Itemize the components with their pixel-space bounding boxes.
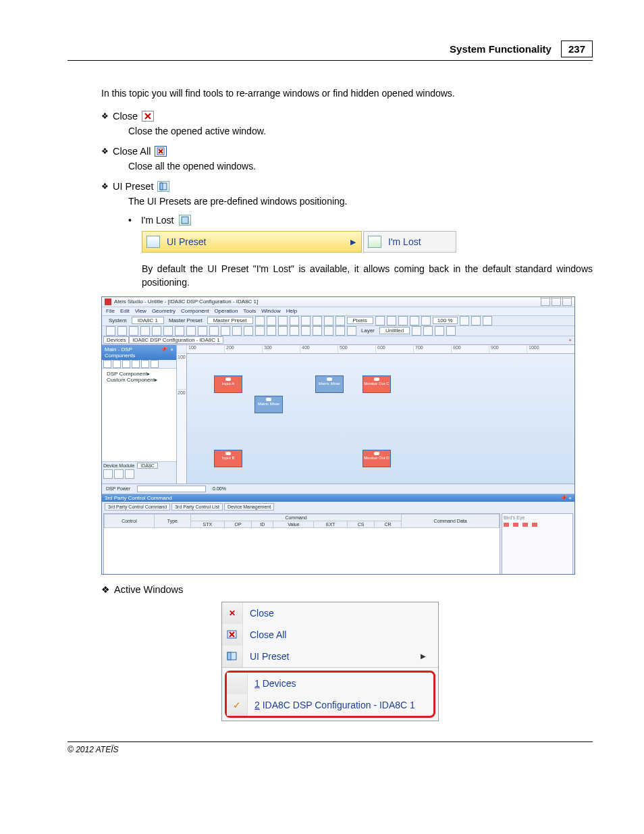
toolbar-button[interactable]	[290, 316, 299, 325]
panel-pin-icon[interactable]: 📌	[161, 346, 167, 359]
design-canvas[interactable]: 100 200 300 400 500 600 700 800 900 1000…	[177, 345, 574, 484]
toolbar-button[interactable]	[423, 326, 433, 336]
toolbar-button[interactable]	[129, 326, 138, 336]
ui-preset-menu-item[interactable]: UI Preset ▶	[142, 231, 362, 253]
toolbar-button[interactable]	[336, 316, 345, 325]
toolbar-button[interactable]	[301, 316, 311, 325]
menu-window[interactable]: Window	[261, 308, 280, 314]
toolbar-button[interactable]	[421, 316, 431, 325]
dsp-block-input-b[interactable]: Input B	[214, 450, 242, 467]
tab[interactable]: 3rd Party Control Command	[105, 503, 170, 511]
document-tabs[interactable]: Devices IDA8C DSP Configuration - IDA8C …	[102, 336, 574, 345]
toolbar-button[interactable]	[198, 326, 207, 336]
tab-close-icon[interactable]: ×	[566, 337, 574, 343]
tree-item[interactable]: Custom Component▸	[104, 377, 174, 383]
toolbar-button[interactable]	[232, 326, 242, 336]
footer-button[interactable]	[103, 469, 113, 479]
toolbar-button[interactable]	[106, 326, 115, 336]
toolbar-1[interactable]: System IDA8C 1 Master Preset Master Pres…	[102, 316, 574, 326]
footer-button[interactable]	[114, 469, 124, 479]
dsp-block-input-a[interactable]: Input A	[214, 375, 242, 393]
master-preset-dropdown[interactable]: Master Preset	[207, 317, 253, 324]
device-module-dropdown[interactable]: IDA8C	[137, 463, 158, 469]
toolbar-button[interactable]	[375, 316, 385, 325]
toolbar-button[interactable]	[221, 326, 230, 336]
third-party-tabs[interactable]: 3rd Party Control Command 3rd Party Cont…	[102, 502, 574, 512]
panel-tool-button[interactable]	[122, 360, 130, 368]
toolbar-button[interactable]	[313, 316, 322, 325]
toolbar-button[interactable]	[313, 326, 322, 336]
toolbar-button[interactable]	[471, 316, 481, 325]
toolbar-button[interactable]	[117, 326, 127, 336]
toolbar-button[interactable]	[140, 326, 150, 336]
toolbar-button[interactable]	[186, 326, 196, 336]
toolbar-button[interactable]	[267, 326, 276, 336]
tree-item[interactable]: DSP Component▸	[104, 371, 174, 377]
toolbar-button[interactable]	[301, 326, 311, 336]
config-tab[interactable]: IDA8C DSP Configuration - IDA8C 1	[129, 336, 223, 344]
panel-toolbar[interactable]	[102, 360, 176, 369]
toolbar-button[interactable]	[324, 326, 333, 336]
units-dropdown[interactable]: Pixels	[347, 317, 373, 324]
toolbar-button[interactable]	[152, 326, 161, 336]
toolbar-button[interactable]	[460, 316, 469, 325]
menu-ui-preset[interactable]: UI Preset ▶	[222, 646, 438, 667]
maximize-button[interactable]	[552, 298, 561, 306]
menu-close[interactable]: ✕ Close	[222, 602, 438, 624]
dsp-block-matrix-mixer-2[interactable]: Matrix Mixer	[254, 396, 283, 413]
im-lost-menu-item[interactable]: I'm Lost	[363, 231, 456, 253]
toolbar-button[interactable]	[446, 326, 456, 336]
toolbar-button[interactable]	[483, 316, 492, 325]
menubar[interactable]: File Edit View Geometry Component Operat…	[102, 307, 574, 316]
zoom-value[interactable]: 100 %	[433, 317, 458, 324]
minimize-button[interactable]	[541, 298, 550, 306]
window-controls[interactable]	[541, 298, 572, 306]
toolbar-button[interactable]	[255, 326, 265, 336]
close-window-button[interactable]	[562, 298, 572, 306]
menu-component[interactable]: Component	[181, 308, 209, 314]
menu-file[interactable]: File	[106, 308, 115, 314]
panel-tool-button[interactable]	[103, 360, 111, 368]
layer-dropdown[interactable]: Untitled	[379, 327, 410, 334]
toolbar-button[interactable]	[278, 316, 288, 325]
toolbar-button[interactable]	[267, 316, 276, 325]
component-tree[interactable]: DSP Component▸ Custom Component▸	[102, 369, 176, 461]
menu-edit[interactable]: Edit	[120, 308, 130, 314]
panel-pin-icon[interactable]: 📌 ×	[560, 495, 572, 501]
menu-window-devices[interactable]: 1 Devices	[227, 673, 433, 694]
system-dropdown[interactable]: IDA8C 1	[132, 317, 164, 324]
toolbar-button[interactable]	[387, 316, 396, 325]
toolbar-button[interactable]	[278, 326, 288, 336]
toolbar-button[interactable]	[398, 316, 408, 325]
tab[interactable]: Device Management	[224, 503, 274, 511]
menu-view[interactable]: View	[135, 308, 146, 314]
dsp-block-matrix-mixer-1[interactable]: Matrix Mixer	[315, 375, 344, 393]
menu-close-all[interactable]: Close All	[222, 624, 438, 646]
footer-button[interactable]	[125, 469, 134, 479]
toolbar-button[interactable]	[336, 326, 345, 336]
toolbar-button[interactable]	[255, 316, 265, 325]
menu-tools[interactable]: Tools	[244, 308, 257, 314]
menu-help[interactable]: Help	[286, 308, 297, 314]
window-context-menu[interactable]: ✕ Close Close All UI Preset ▶ 1 Devices	[221, 602, 439, 721]
toolbar-button[interactable]	[435, 326, 444, 336]
toolbar-button[interactable]	[290, 326, 299, 336]
devices-tab[interactable]: Devices	[103, 336, 129, 344]
menu-operation[interactable]: Operation	[214, 308, 238, 314]
toolbar-button[interactable]	[175, 326, 184, 336]
command-table[interactable]: Control Type Command Command Data STX OP…	[103, 513, 500, 575]
panel-tool-button[interactable]	[113, 360, 121, 368]
panel-tool-button[interactable]	[132, 360, 140, 368]
dsp-block-monitor-d[interactable]: Monitor Out D	[363, 450, 391, 467]
toolbar-button[interactable]	[163, 326, 173, 336]
dsp-block-monitor-c[interactable]: Monitor Out C	[363, 375, 391, 393]
panel-tool-button[interactable]	[141, 360, 149, 368]
toolbar-button[interactable]	[324, 316, 333, 325]
toolbar-button[interactable]	[244, 326, 253, 336]
panel-close-icon[interactable]: ×	[170, 346, 173, 359]
menu-window-config[interactable]: ✓ 2 IDA8C DSP Configuration - IDA8C 1	[227, 694, 433, 716]
panel-tool-button[interactable]	[151, 360, 159, 368]
toolbar-button[interactable]	[347, 326, 356, 336]
tab[interactable]: 3rd Party Control List	[171, 503, 223, 511]
toolbar-2[interactable]: Layer Untitled	[102, 326, 574, 336]
